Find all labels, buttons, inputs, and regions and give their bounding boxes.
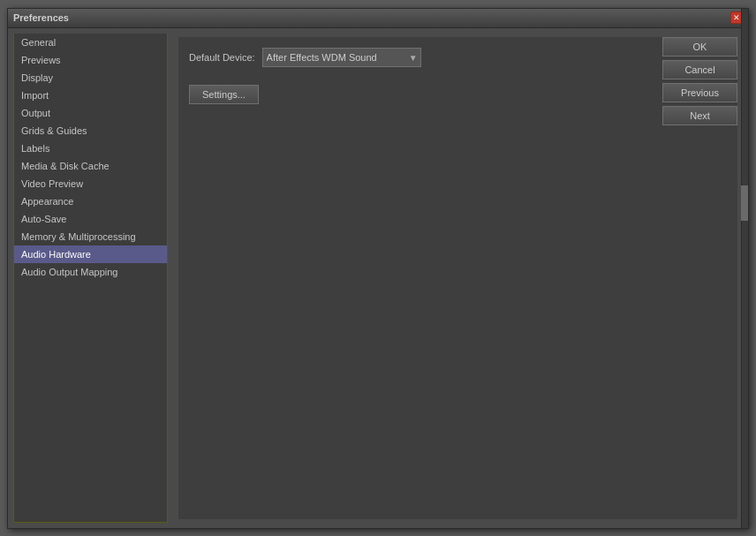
sidebar-item-auto-save[interactable]: Auto-Save bbox=[14, 210, 167, 228]
sidebar-item-import[interactable]: Import bbox=[14, 87, 167, 104]
sidebar: GeneralPreviewsDisplayImportOutputGrids … bbox=[13, 34, 168, 523]
title-bar: Preferences ✕ bbox=[8, 9, 748, 28]
default-device-dropdown[interactable]: After Effects WDM Sound bbox=[262, 48, 421, 67]
ok-button[interactable]: OK bbox=[662, 37, 737, 57]
sidebar-item-output[interactable]: Output bbox=[14, 104, 167, 122]
dialog-body: GeneralPreviewsDisplayImportOutputGrids … bbox=[8, 28, 748, 528]
sidebar-item-display[interactable]: Display bbox=[14, 69, 167, 87]
sidebar-item-memory-multiprocessing[interactable]: Memory & Multiprocessing bbox=[14, 228, 167, 245]
previous-button[interactable]: Previous bbox=[662, 83, 737, 102]
main-content: Default Device: After Effects WDM Sound … bbox=[168, 28, 748, 528]
default-device-dropdown-wrapper: After Effects WDM Sound ▼ bbox=[262, 48, 421, 67]
scrollbar-thumb[interactable] bbox=[741, 185, 748, 221]
right-scrollbar[interactable] bbox=[741, 28, 748, 528]
sidebar-item-video-preview[interactable]: Video Preview bbox=[14, 175, 167, 193]
dialog-title: Preferences bbox=[13, 12, 69, 23]
sidebar-item-grids-guides[interactable]: Grids & Guides bbox=[14, 122, 167, 140]
sidebar-item-general[interactable]: General bbox=[14, 34, 167, 51]
sidebar-item-audio-hardware[interactable]: Audio Hardware bbox=[14, 245, 167, 263]
preferences-dialog: Preferences ✕ GeneralPreviewsDisplayImpo… bbox=[7, 8, 749, 529]
next-button[interactable]: Next bbox=[662, 106, 737, 125]
settings-button[interactable]: Settings... bbox=[189, 85, 259, 104]
default-device-row: Default Device: After Effects WDM Sound … bbox=[189, 48, 727, 67]
sidebar-item-appearance[interactable]: Appearance bbox=[14, 193, 167, 210]
sidebar-item-labels[interactable]: Labels bbox=[14, 140, 167, 157]
button-panel: OK Cancel Previous Next bbox=[662, 37, 737, 125]
default-device-label: Default Device: bbox=[189, 52, 255, 63]
sidebar-item-previews[interactable]: Previews bbox=[14, 51, 167, 69]
sidebar-item-media-disk-cache[interactable]: Media & Disk Cache bbox=[14, 157, 167, 175]
sidebar-item-audio-output-mapping[interactable]: Audio Output Mapping bbox=[14, 263, 167, 281]
content-area: Default Device: After Effects WDM Sound … bbox=[178, 37, 737, 519]
cancel-button[interactable]: Cancel bbox=[662, 60, 737, 79]
